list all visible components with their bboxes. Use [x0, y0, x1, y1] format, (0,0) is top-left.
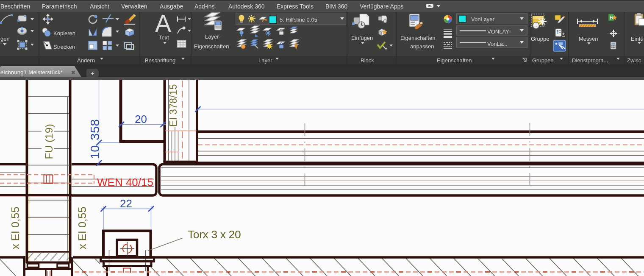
svg-text:358: 358	[88, 119, 102, 140]
svg-text:10: 10	[88, 145, 102, 159]
svg-text:EI 378/15: EI 378/15	[168, 84, 179, 127]
svg-text:20: 20	[135, 113, 147, 125]
svg-text:x EI 0,55: x EI 0,55	[76, 206, 88, 249]
svg-text:WEN 40/15: WEN 40/15	[97, 176, 153, 189]
svg-text:FU (19): FU (19)	[43, 124, 55, 159]
svg-text:22: 22	[120, 197, 132, 210]
svg-text:A: A	[155, 12, 171, 37]
svg-text:Torx 3 x 20: Torx 3 x 20	[188, 228, 241, 241]
svg-text:x EI 0,55: x EI 0,55	[9, 206, 21, 249]
